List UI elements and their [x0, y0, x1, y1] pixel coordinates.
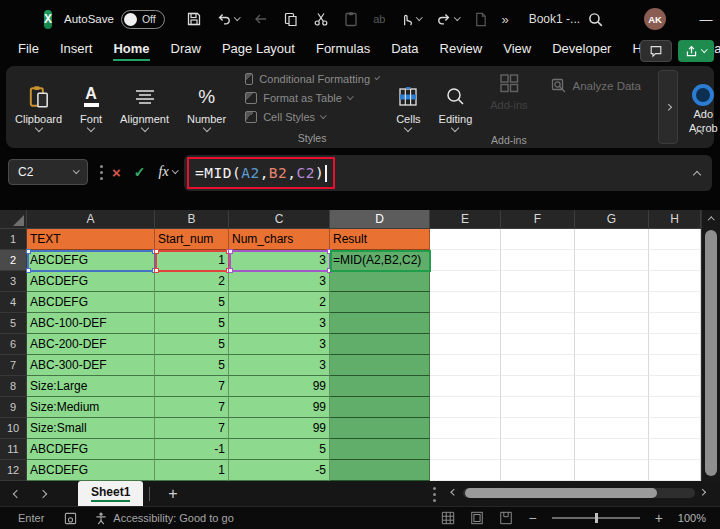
zoom-slider-handle[interactable] [595, 513, 598, 523]
cell-G10[interactable] [575, 418, 649, 439]
ribbon-flyout-strip[interactable] [658, 70, 678, 144]
row-header-1[interactable]: 1 [0, 229, 27, 250]
excel-logo-icon[interactable]: X [44, 10, 52, 29]
ribbon-group-number[interactable]: % Number [178, 66, 235, 148]
cell-G11[interactable] [575, 439, 649, 460]
menu-insert[interactable]: Insert [60, 41, 93, 61]
cell-H7[interactable] [649, 355, 701, 376]
zoom-out-button[interactable]: − [528, 510, 536, 526]
vertical-scrollbar[interactable] [701, 210, 720, 481]
cell-F12[interactable] [501, 460, 575, 481]
sheet-tab-sheet1[interactable]: Sheet1 [78, 481, 143, 506]
row-header-11[interactable]: 11 [0, 439, 27, 460]
cell-E5[interactable] [430, 313, 501, 334]
share-button[interactable] [678, 40, 714, 62]
cell-H3[interactable] [649, 271, 701, 292]
zoom-slider[interactable] [552, 517, 640, 519]
cell-A11[interactable]: ABCDEFG [27, 439, 155, 460]
cell-E10[interactable] [430, 418, 501, 439]
cell-B11[interactable]: -1 [155, 439, 229, 460]
select-all-corner[interactable] [0, 210, 27, 229]
cell-H6[interactable] [649, 334, 701, 355]
cell-D1[interactable]: Result [330, 229, 430, 250]
zoom-in-button[interactable]: + [655, 510, 663, 526]
col-header-b[interactable]: B [155, 210, 229, 229]
cell-B7[interactable]: 5 [155, 355, 229, 376]
cell-C11[interactable]: 5 [229, 439, 330, 460]
cell-E7[interactable] [430, 355, 501, 376]
cell-G2[interactable] [575, 250, 649, 271]
col-header-f[interactable]: F [501, 210, 575, 229]
cell-D6[interactable] [330, 334, 430, 355]
cell-A6[interactable]: ABC-200-DEF [27, 334, 155, 355]
row-header-5[interactable]: 5 [0, 313, 27, 334]
col-header-c[interactable]: C [229, 210, 330, 229]
cell-D5[interactable] [330, 313, 430, 334]
cell-G4[interactable] [575, 292, 649, 313]
cell-H11[interactable] [649, 439, 701, 460]
cell-E3[interactable] [430, 271, 501, 292]
cell-B9[interactable]: 7 [155, 397, 229, 418]
cell-D11[interactable] [330, 439, 430, 460]
cell-B1[interactable]: Start_num [155, 229, 229, 250]
accessibility-status[interactable]: Accessibility: Good to go [95, 512, 233, 525]
cell-F1[interactable] [501, 229, 575, 250]
cell-E2[interactable] [430, 250, 501, 271]
cell-B4[interactable]: 5 [155, 292, 229, 313]
cell-E6[interactable] [430, 334, 501, 355]
ribbon-cell-styles[interactable]: Cell Styles [245, 111, 379, 123]
page-break-view-icon[interactable] [499, 511, 513, 525]
cell-G5[interactable] [575, 313, 649, 334]
ribbon-group-clipboard[interactable]: Clipboard [6, 66, 71, 148]
cell-E8[interactable] [430, 376, 501, 397]
cell-F2[interactable] [501, 250, 575, 271]
cell-G3[interactable] [575, 271, 649, 292]
ribbon-group-font[interactable]: A Font [71, 66, 111, 148]
ribbon-conditional-formatting[interactable]: Conditional Formatting [245, 73, 379, 85]
row-header-2[interactable]: 2 [0, 250, 27, 271]
cell-B10[interactable]: 7 [155, 418, 229, 439]
cell-C8[interactable]: 99 [229, 376, 330, 397]
vertical-scrollbar-thumb[interactable] [705, 230, 717, 476]
menu-home[interactable]: Home [113, 41, 149, 61]
col-header-d[interactable]: D [330, 210, 430, 229]
cell-H1[interactable] [649, 229, 701, 250]
cell-A5[interactable]: ABC-100-DEF [27, 313, 155, 334]
cell-B8[interactable]: 7 [155, 376, 229, 397]
cell-B2[interactable]: 1 [155, 250, 229, 271]
touch-mouse-mode-button[interactable] [394, 6, 427, 32]
normal-view-icon[interactable] [441, 511, 455, 525]
cell-A8[interactable]: Size:Large [27, 376, 155, 397]
cell-E1[interactable] [430, 229, 501, 250]
cell-F3[interactable] [501, 271, 575, 292]
cell-H4[interactable] [649, 292, 701, 313]
col-header-a[interactable]: A [27, 210, 155, 229]
comments-button[interactable] [640, 40, 672, 62]
adobe-acrobat-button[interactable]: AdoAcrob [689, 84, 718, 136]
cut-button[interactable] [308, 6, 334, 32]
cancel-button[interactable]: × [112, 164, 121, 181]
cell-A4[interactable]: ABCDEFG [27, 292, 155, 313]
cell-F4[interactable] [501, 292, 575, 313]
cell-F11[interactable] [501, 439, 575, 460]
cell-C1[interactable]: Num_chars [229, 229, 330, 250]
cell-D10[interactable] [330, 418, 430, 439]
ribbon-group-alignment[interactable]: Alignment [111, 66, 178, 148]
cell-D4[interactable] [330, 292, 430, 313]
next-sheet-button[interactable] [39, 489, 47, 497]
prev-sheet-button[interactable] [13, 489, 21, 497]
cell-C6[interactable]: 3 [229, 334, 330, 355]
search-button[interactable] [580, 11, 610, 28]
cell-H12[interactable] [649, 460, 701, 481]
ribbon-format-as-table[interactable]: Format as Table [245, 92, 379, 104]
cell-C7[interactable]: 3 [229, 355, 330, 376]
cell-G8[interactable] [575, 376, 649, 397]
enter-button[interactable]: ✓ [134, 164, 146, 180]
row-header-10[interactable]: 10 [0, 418, 27, 439]
copy-button[interactable] [278, 6, 304, 32]
cell-C3[interactable]: 3 [229, 271, 330, 292]
menu-page-layout[interactable]: Page Layout [222, 41, 295, 61]
formula-bar-expand-icon[interactable] [693, 170, 701, 178]
cell-F9[interactable] [501, 397, 575, 418]
cell-C12[interactable]: -5 [229, 460, 330, 481]
